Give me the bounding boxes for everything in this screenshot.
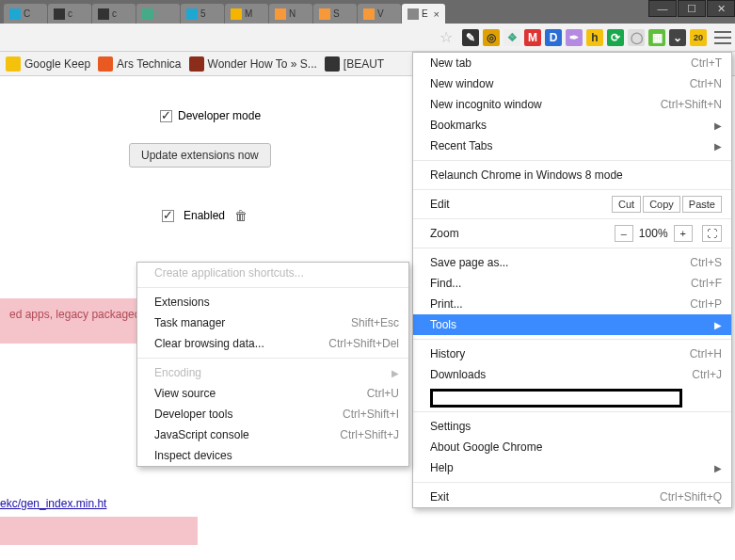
submenu-extensions[interactable]: Extensions xyxy=(137,292,408,312)
tab-1[interactable]: c xyxy=(48,4,91,24)
submenu-encoding[interactable]: Encoding▶ xyxy=(137,362,408,383)
ext-icon-5[interactable]: ✒ xyxy=(566,29,583,46)
cut-button[interactable]: Cut xyxy=(612,196,641,213)
extensions-icon xyxy=(407,8,419,20)
bookmark-label: Google Keep xyxy=(24,57,90,71)
chevron-right-icon: ▶ xyxy=(714,463,722,473)
menu-new-tab[interactable]: New tabCtrl+T xyxy=(413,53,731,73)
menu-save-page[interactable]: Save page as...Ctrl+S xyxy=(413,252,731,273)
bookmark-google-keep[interactable]: Google Keep xyxy=(6,56,90,72)
tab-3[interactable]: r xyxy=(136,4,180,24)
bookmark-icon xyxy=(189,56,204,72)
tab-5[interactable]: M xyxy=(225,4,268,24)
update-extensions-button[interactable]: Update extensions now xyxy=(129,143,271,168)
ext-icon-7[interactable]: ⟳ xyxy=(607,29,624,46)
menu-edit-row: Edit Cut Copy Paste xyxy=(413,194,731,215)
tab-label: N xyxy=(289,8,296,19)
menu-recent-tabs[interactable]: Recent Tabs▶ xyxy=(413,136,731,156)
tab-4[interactable]: 5 xyxy=(181,4,224,24)
developer-mode-checkbox[interactable] xyxy=(160,110,172,122)
ext-icon-6[interactable]: h xyxy=(586,29,603,46)
tab-0[interactable]: C xyxy=(4,4,47,24)
menu-bookmarks[interactable]: Bookmarks▶ xyxy=(413,115,731,136)
ext-icon-1[interactable]: ◎ xyxy=(483,29,500,46)
menu-separator xyxy=(413,482,731,483)
favicon xyxy=(9,8,21,20)
gen-index-link[interactable]: ekc/gen_index.min.ht xyxy=(0,497,106,510)
zoom-value: 100% xyxy=(635,225,672,242)
tab-7[interactable]: S xyxy=(313,4,357,24)
tab-label: 5 xyxy=(200,8,206,19)
menu-separator xyxy=(413,160,731,161)
close-window-button[interactable]: ✕ xyxy=(707,0,735,17)
ext-icon-3[interactable]: M xyxy=(524,29,541,46)
submenu-create-shortcuts: Create application shortcuts... xyxy=(137,263,408,283)
menu-downloads[interactable]: DownloadsCtrl+J xyxy=(413,364,731,385)
menu-separator xyxy=(137,287,408,288)
zoom-in-button[interactable]: + xyxy=(674,225,693,242)
maximize-button[interactable]: ☐ xyxy=(678,0,706,17)
tab-2[interactable]: c xyxy=(92,4,136,24)
copy-button[interactable]: Copy xyxy=(643,196,680,213)
chrome-menu-button[interactable] xyxy=(714,31,731,44)
submenu-developer-tools[interactable]: Developer toolsCtrl+Shift+I xyxy=(137,404,408,424)
menu-separator xyxy=(413,411,731,412)
enabled-checkbox[interactable] xyxy=(162,210,174,222)
ext-icon-8[interactable]: ◯ xyxy=(628,29,645,46)
tab-label: M xyxy=(245,8,252,19)
menu-separator xyxy=(413,248,731,248)
menu-incognito[interactable]: New incognito windowCtrl+Shift+N xyxy=(413,94,731,115)
tab-8[interactable]: V xyxy=(358,4,401,24)
ext-icon-0[interactable]: ✎ xyxy=(462,29,479,46)
bookmark-label: Ars Technica xyxy=(117,57,181,71)
menu-history[interactable]: HistoryCtrl+H xyxy=(413,344,731,364)
favicon xyxy=(142,8,153,20)
menu-zoom-row: Zoom – 100% + ⛶ xyxy=(413,223,731,244)
bookmark-ars[interactable]: Ars Technica xyxy=(98,56,181,72)
menu-help[interactable]: Help▶ xyxy=(413,457,731,478)
submenu-task-manager[interactable]: Task managerShift+Esc xyxy=(137,312,408,333)
paste-button[interactable]: Paste xyxy=(682,196,722,213)
submenu-clear-browsing[interactable]: Clear browsing data...Ctrl+Shift+Del xyxy=(137,333,408,354)
tab-label: V xyxy=(377,8,384,19)
minimize-button[interactable]: — xyxy=(648,0,677,17)
developer-mode-row: Developer mode xyxy=(160,109,261,122)
ext-icon-10[interactable]: ⌄ xyxy=(669,29,686,46)
menu-about[interactable]: About Google Chrome xyxy=(413,437,731,457)
tab-9-active[interactable]: E× xyxy=(402,4,445,24)
bookmark-icon xyxy=(325,56,340,72)
fullscreen-button[interactable]: ⛶ xyxy=(702,225,722,242)
favicon xyxy=(319,8,330,20)
menu-tools[interactable]: Tools▶ xyxy=(413,314,731,335)
ext-icon-11[interactable]: 20 xyxy=(690,29,707,46)
bookmark-wonder[interactable]: Wonder How To » S... xyxy=(189,56,317,72)
ext-icon-4[interactable]: D xyxy=(545,29,562,46)
menu-relaunch[interactable]: Relaunch Chrome in Windows 8 mode xyxy=(413,165,731,185)
favicon xyxy=(363,8,375,20)
tab-label: S xyxy=(333,8,340,19)
menu-exit[interactable]: ExitCtrl+Shift+Q xyxy=(413,487,731,507)
tab-6[interactable]: N xyxy=(269,4,312,24)
favicon xyxy=(275,8,286,20)
zoom-out-button[interactable]: – xyxy=(615,225,633,242)
menu-print[interactable]: Print...Ctrl+P xyxy=(413,294,731,314)
close-tab-icon[interactable]: × xyxy=(434,8,439,20)
ext-icon-2[interactable]: ❖ xyxy=(503,29,520,46)
favicon xyxy=(98,8,109,20)
menu-find[interactable]: Find...Ctrl+F xyxy=(413,273,731,294)
chrome-main-menu: New tabCtrl+T New windowCtrl+N New incog… xyxy=(412,52,732,508)
star-icon[interactable]: ☆ xyxy=(439,28,453,46)
bookmark-label: [BEAUT xyxy=(344,57,384,71)
window-controls: — ☐ ✕ xyxy=(647,0,735,17)
bookmark-beauty[interactable]: [BEAUT xyxy=(325,56,384,72)
ext-icon-9[interactable]: ▦ xyxy=(648,29,665,46)
tools-submenu: Create application shortcuts... Extensio… xyxy=(136,262,409,467)
submenu-view-source[interactable]: View sourceCtrl+U xyxy=(137,383,408,404)
menu-settings[interactable]: Settings xyxy=(413,416,731,437)
bookmark-icon xyxy=(6,56,21,72)
favicon xyxy=(54,8,65,20)
menu-new-window[interactable]: New windowCtrl+N xyxy=(413,73,731,94)
trash-icon[interactable]: 🗑 xyxy=(234,208,248,223)
submenu-js-console[interactable]: JavaScript consoleCtrl+Shift+J xyxy=(137,424,408,445)
submenu-inspect-devices[interactable]: Inspect devices xyxy=(137,445,408,466)
